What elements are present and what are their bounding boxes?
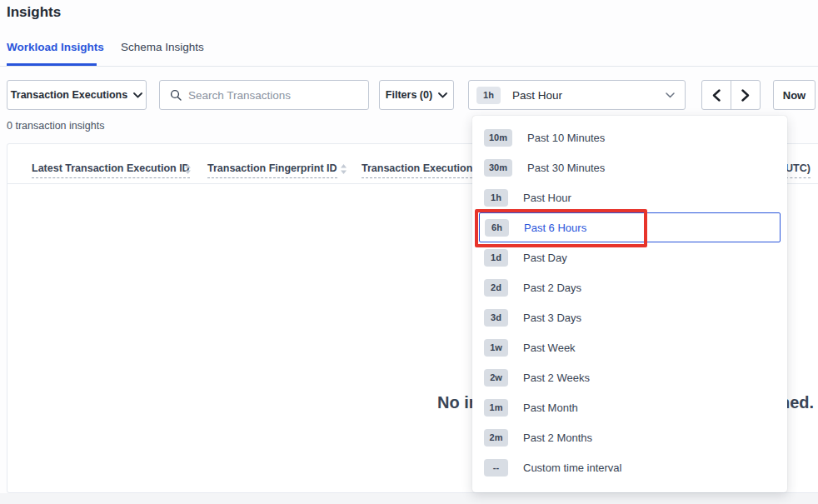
interval-label: Past 2 Weeks xyxy=(523,372,590,384)
interval-badge: -- xyxy=(484,459,508,477)
sort-icon[interactable] xyxy=(340,164,347,174)
interval-badge: 2d xyxy=(484,279,508,297)
menu-item-past-hour[interactable]: 1h Past Hour xyxy=(479,182,781,212)
tab-schema-insights[interactable]: Schema Insights xyxy=(121,41,204,53)
interval-badge: 30m xyxy=(484,159,512,177)
chevron-down-icon xyxy=(438,92,447,98)
view-selector-dropdown[interactable]: Transaction Executions xyxy=(7,80,147,110)
interval-badge: 6h xyxy=(485,219,509,237)
column-header-txn-execution[interactable]: Transaction Execution xyxy=(362,162,472,178)
filters-button[interactable]: Filters (0) xyxy=(379,80,454,110)
prev-interval-button[interactable] xyxy=(702,81,731,109)
insights-count: 0 transaction insights xyxy=(7,120,104,132)
interval-label: Past 6 Hours xyxy=(524,222,586,234)
interval-label: Past 3 Days xyxy=(523,312,581,324)
interval-badge: 2m xyxy=(484,429,508,447)
time-interval-dropdown-menu: 10m Past 10 Minutes 30m Past 30 Minutes … xyxy=(472,116,787,492)
menu-item-past-30-minutes[interactable]: 30m Past 30 Minutes xyxy=(479,152,781,182)
column-header-latest-txn-exec-id[interactable]: Latest Transaction Execution ID xyxy=(32,162,190,178)
interval-label: Past Week xyxy=(523,342,576,354)
menu-item-past-2-days[interactable]: 2d Past 2 Days xyxy=(479,272,781,302)
search-icon xyxy=(170,89,182,101)
interval-label: Past Day xyxy=(523,252,567,264)
interval-badge: 1h xyxy=(484,189,508,207)
tab-workload-insights[interactable]: Workload Insights xyxy=(7,41,104,53)
interval-label: Past 2 Months xyxy=(523,432,592,444)
menu-item-custom-time-interval[interactable]: -- Custom time interval xyxy=(479,452,781,482)
interval-badge: 1m xyxy=(484,399,508,417)
column-header-utc-fragment[interactable]: UTC) xyxy=(786,162,811,178)
page-bottom-gutter xyxy=(0,493,818,504)
view-selector-label: Transaction Executions xyxy=(11,89,127,101)
interval-badge: 2w xyxy=(484,369,508,387)
interval-label: Past Month xyxy=(523,402,578,414)
interval-label: Past 30 Minutes xyxy=(527,162,605,174)
column-header-txn-fingerprint-id[interactable]: Transaction Fingerprint ID xyxy=(207,162,337,178)
search-box[interactable] xyxy=(159,80,369,110)
interval-badge: 3d xyxy=(484,309,508,327)
time-interval-select[interactable]: 1h Past Hour xyxy=(468,80,686,110)
menu-item-past-2-weeks[interactable]: 2w Past 2 Weeks xyxy=(479,362,781,392)
menu-item-past-3-days[interactable]: 3d Past 3 Days xyxy=(479,302,781,332)
menu-item-past-month[interactable]: 1m Past Month xyxy=(479,392,781,422)
tabs-divider xyxy=(0,66,818,67)
interval-label: Past Hour xyxy=(523,192,571,204)
menu-item-past-10-minutes[interactable]: 10m Past 10 Minutes xyxy=(479,122,781,152)
menu-item-past-2-months[interactable]: 2m Past 2 Months xyxy=(479,422,781,452)
interval-label: Past 10 Minutes xyxy=(527,132,605,144)
interval-badge: 10m xyxy=(484,129,512,147)
chevron-down-icon xyxy=(133,92,142,98)
menu-item-past-6-hours[interactable]: 6h Past 6 Hours xyxy=(479,212,781,242)
time-nav-group xyxy=(701,80,761,110)
search-input[interactable] xyxy=(188,89,347,102)
page-title: Insights xyxy=(7,4,61,21)
next-interval-button[interactable] xyxy=(731,81,761,109)
time-interval-label: Past Hour xyxy=(512,89,666,102)
interval-label: Past 2 Days xyxy=(523,282,581,294)
now-button[interactable]: Now xyxy=(773,80,816,110)
sort-icon[interactable] xyxy=(184,164,192,174)
active-tab-underline xyxy=(7,63,97,66)
menu-item-past-week[interactable]: 1w Past Week xyxy=(479,332,781,362)
chevron-down-icon xyxy=(666,92,675,98)
menu-item-past-day[interactable]: 1d Past Day xyxy=(479,242,781,272)
now-button-label: Now xyxy=(783,89,806,102)
interval-badge: 1w xyxy=(484,339,508,357)
filters-button-label: Filters (0) xyxy=(386,89,432,101)
interval-label: Custom time interval xyxy=(523,462,621,474)
time-interval-badge: 1h xyxy=(476,87,501,104)
interval-badge: 1d xyxy=(484,249,508,267)
